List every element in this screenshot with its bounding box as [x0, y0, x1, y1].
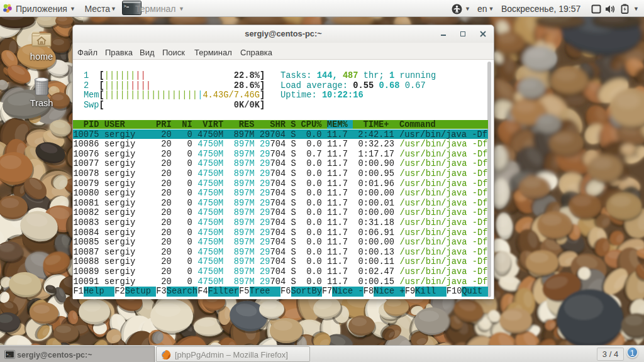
svg-text:>_: >_	[6, 353, 11, 357]
svg-text:>: >	[124, 4, 126, 9]
